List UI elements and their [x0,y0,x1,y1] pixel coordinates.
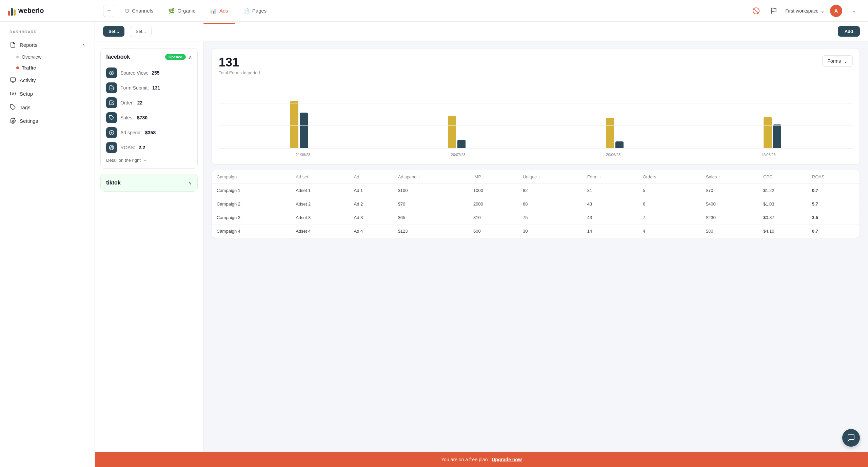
chart-title-area: 131 Total Forms in period [219,55,260,75]
sidebar-item-tags[interactable]: Tags [5,100,89,114]
channels-icon: ⬡ [125,8,129,14]
bar-group-1 [225,101,373,148]
upgrade-link[interactable]: Upgrade now [492,457,522,462]
sidebar-item-reports[interactable]: Reports ∧ [5,38,89,52]
bar-dark-2 [457,140,466,148]
col-adset: Ad set [291,170,349,184]
cell-form: 43 [583,211,638,225]
app-title: weberlo [18,7,44,15]
cell-roas: 5.7 [807,197,860,211]
col-imp[interactable]: IMP ↕ [469,170,518,184]
svg-point-9 [111,72,112,74]
sidebar-item-setup[interactable]: Setup [5,87,89,100]
bar-dark-1 [300,113,308,148]
ads-icon: 📊 [210,8,217,14]
cell-cpc: $1.22 [758,184,807,197]
cell-adset: Adset 1 [291,184,349,197]
cell-form: 43 [583,197,638,211]
sidebar-sub-items: Overview Traffic [5,52,89,73]
content-body: facebook Opened ∧ Source View: 255 [95,41,868,452]
tab-organic[interactable]: 🌿 Organic [161,5,202,17]
metric-roas: ROAS: 2.2 [106,140,192,155]
table-row: Campaign 2 Adset 2 Ad 2 $70 2000 68 43 6… [212,197,860,211]
x-label-2: 20/07/23 [381,151,536,157]
col-orders[interactable]: Orders ↕ [638,170,701,184]
filter-btn-2[interactable]: Set... [130,26,152,37]
bar-yellow-2 [448,116,456,148]
ad-spend-icon [106,127,117,138]
sidebar-item-traffic[interactable]: Traffic [12,62,89,73]
col-campaign: Campaign [212,170,291,184]
detail-link[interactable]: Detail on the right → [106,158,192,163]
active-filter-btn[interactable]: Set... [103,26,124,37]
chevron-down-icon: ⌄ [821,8,825,14]
cell-unique: 82 [518,184,583,197]
cell-campaign: Campaign 4 [212,225,291,238]
activity-icon [9,77,16,83]
chevron-up-icon: ∧ [82,42,85,47]
tiktok-chevron-icon[interactable]: ∨ [189,180,192,186]
bars-4 [764,117,781,148]
cell-cpc: $4.10 [758,225,807,238]
sidebar-item-activity[interactable]: Activity [5,73,89,87]
cell-spend: $65 [393,211,469,225]
cell-orders: 4 [638,225,701,238]
form-submit-icon [106,82,117,93]
tag-icon [9,104,16,111]
chart-header: 131 Total Forms in period Forms ⌄ [219,55,853,75]
col-form[interactable]: Form ↕ [583,170,638,184]
tiktok-channel-name: tiktok [106,180,121,186]
sidebar-item-settings[interactable]: Settings [5,114,89,128]
flag-icon[interactable] [768,5,780,17]
table-header-row: Campaign Ad set Ad Ad spend ↕ IMP ↕ Uniq… [212,170,860,184]
cell-roas: 0.7 [807,225,860,238]
cell-sales: $70 [701,184,758,197]
tab-ads[interactable]: 📊 Ads [203,5,235,17]
sales-icon [106,112,117,123]
opened-badge: Opened [165,54,186,60]
bottom-banner: You are on a free plan Upgrade now [95,452,868,467]
col-unique[interactable]: Unique ↕ [518,170,583,184]
metric-form-submit: Form Submit: 131 [106,80,192,95]
cell-cpc: $1.03 [758,197,807,211]
chart-dropdown[interactable]: Forms ⌄ [822,55,853,67]
cell-unique: 68 [518,197,583,211]
dropdown-caret-icon[interactable]: ⌄ [848,5,860,17]
table-row: Campaign 3 Adset 3 Ad 3 $65 810 75 43 7 … [212,211,860,225]
col-sales[interactable]: Sales ↕ [701,170,758,184]
source-view-icon [106,67,117,78]
add-button[interactable]: Add [838,26,860,37]
cell-unique: 30 [518,225,583,238]
chart-card: 131 Total Forms in period Forms ⌄ [212,48,860,164]
bar-dark-4 [773,124,781,148]
tab-channels[interactable]: ⬡ Channels [118,5,160,17]
x-label-4: 12/06/23 [691,151,846,157]
arrow-right-icon: → [143,158,147,163]
bar-yellow-3 [606,118,614,148]
avatar[interactable]: A [830,5,842,17]
sidebar-item-overview[interactable]: Overview [12,52,89,62]
globe-block-icon[interactable] [750,5,762,17]
pages-icon: 📄 [243,8,250,14]
col-adspend[interactable]: Ad spend ↕ [393,170,469,184]
workspace-selector[interactable]: First workspace ⌄ [785,8,825,14]
header-strip: Set... Set... Add [95,22,868,41]
facebook-chevron-icon[interactable]: ∧ [189,54,192,60]
roas-icon [106,142,117,153]
cell-roas: 3.5 [807,211,860,225]
bars-2 [448,116,466,148]
bar-group-2 [383,116,531,148]
cell-form: 31 [583,184,638,197]
dropdown-chevron-icon: ⌄ [844,58,848,64]
tab-pages[interactable]: 📄 Pages [236,5,274,17]
logo-icon [8,6,16,16]
col-cpc: CPC [758,170,807,184]
chat-button[interactable] [842,429,860,447]
col-ad: Ad [349,170,393,184]
x-label-1: 21/08/23 [225,151,381,157]
cell-campaign: Campaign 3 [212,211,291,225]
top-navigation: weberlo ← ⬡ Channels 🌿 Organic 📊 Ads 📄 P… [0,0,868,22]
cell-form: 14 [583,225,638,238]
cell-imp: 1000 [469,184,518,197]
back-button[interactable]: ← [103,5,115,17]
